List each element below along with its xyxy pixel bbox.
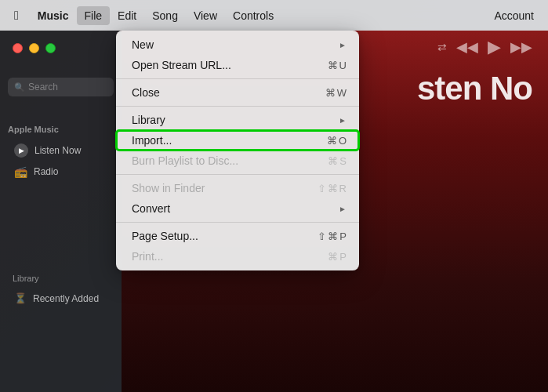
menu-song[interactable]: Song: [144, 6, 186, 25]
submenu-arrow-convert: ►: [339, 205, 347, 213]
separator-1: [116, 78, 359, 79]
listen-now-label: Listen Now: [34, 145, 81, 156]
radio-icon: 📻: [14, 165, 27, 178]
menu-item-import[interactable]: Import... ⌘O: [116, 130, 359, 151]
separator-3: [116, 174, 359, 175]
menu-item-burn-playlist-shortcut: ⌘S: [328, 155, 347, 167]
listen-now-icon: ▶: [14, 143, 28, 158]
menu-file[interactable]: File: [77, 6, 111, 25]
menu-item-library-label: Library: [132, 114, 339, 126]
previous-icon[interactable]: ◀◀: [456, 38, 478, 56]
sidebar-item-recently-added[interactable]: ⏳ Recently Added: [8, 289, 114, 307]
menu-item-open-stream[interactable]: Open Stream URL... ⌘U: [116, 55, 359, 75]
recently-added-icon: ⏳: [14, 292, 27, 304]
search-label: Search: [28, 82, 58, 93]
submenu-arrow-library: ►: [339, 116, 347, 125]
menu-item-import-shortcut: ⌘O: [327, 135, 347, 147]
menu-item-close-label: Close: [132, 86, 325, 99]
menu-item-page-setup[interactable]: Page Setup... ⇧⌘P: [116, 226, 359, 246]
menu-item-import-label: Import...: [132, 134, 327, 147]
search-bar[interactable]: 🔍 Search: [8, 78, 114, 96]
playback-controls: ⇄ ◀◀ ▶ ▶▶: [437, 37, 532, 57]
menu-item-print: Print... ⌘P: [116, 246, 359, 267]
menu-item-close-shortcut: ⌘W: [325, 87, 347, 99]
next-icon[interactable]: ▶▶: [510, 38, 532, 56]
menu-controls[interactable]: Controls: [225, 6, 281, 25]
menu-item-show-finder-label: Show in Finder: [132, 182, 318, 194]
menu-item-burn-playlist: Burn Playlist to Disc... ⌘S: [116, 151, 359, 171]
separator-2: [116, 106, 359, 107]
traffic-lights: [13, 43, 56, 53]
close-button[interactable]: [13, 43, 23, 53]
menu-item-page-setup-label: Page Setup...: [132, 230, 318, 242]
recently-added-label: Recently Added: [33, 293, 99, 304]
menu-item-show-finder: Show in Finder ⇧⌘R: [116, 178, 359, 198]
menu-item-page-setup-shortcut: ⇧⌘P: [318, 230, 347, 242]
listen-now-bg-text: sten No: [417, 70, 532, 107]
menu-item-new[interactable]: New ►: [116, 34, 359, 55]
submenu-arrow-new: ►: [339, 41, 347, 49]
radio-label: Radio: [34, 166, 58, 177]
play-icon[interactable]: ▶: [488, 37, 501, 57]
menu-music[interactable]: Music: [30, 6, 77, 25]
sidebar-item-listen-now[interactable]: ▶ Listen Now: [8, 140, 114, 161]
apple-menu[interactable]: : [6, 5, 27, 26]
menu-item-print-label: Print...: [132, 250, 328, 263]
sidebar: 🔍 Search Apple Music ▶ Listen Now 📻 Radi…: [0, 31, 122, 392]
menu-view[interactable]: View: [186, 6, 225, 25]
menu-item-open-stream-shortcut: ⌘U: [328, 60, 347, 71]
menu-edit[interactable]: Edit: [110, 6, 144, 25]
search-icon: 🔍: [14, 82, 25, 93]
apple-music-section-label: Apple Music: [8, 125, 59, 134]
menu-item-burn-playlist-label: Burn Playlist to Disc...: [132, 154, 328, 167]
menu-item-convert-label: Convert: [132, 202, 339, 215]
menu-item-close[interactable]: Close ⌘W: [116, 82, 359, 103]
library-section-label: Library: [13, 274, 39, 283]
sidebar-item-radio[interactable]: 📻 Radio: [8, 162, 114, 181]
menu-item-new-label: New: [132, 38, 339, 51]
menu-account[interactable]: Account: [486, 6, 542, 25]
shuffle-icon[interactable]: ⇄: [437, 41, 447, 53]
file-menu-dropdown: New ► Open Stream URL... ⌘U Close ⌘W Lib…: [116, 31, 359, 270]
minimize-button[interactable]: [29, 43, 39, 53]
menu-item-open-stream-label: Open Stream URL...: [132, 59, 328, 71]
menu-item-print-shortcut: ⌘P: [328, 251, 347, 263]
menu-item-show-finder-shortcut: ⇧⌘R: [318, 183, 347, 194]
fullscreen-button[interactable]: [45, 43, 56, 53]
menu-item-convert[interactable]: Convert ►: [116, 198, 359, 219]
separator-4: [116, 222, 359, 223]
menu-bar:  Music File Edit Song View Controls Acc…: [0, 0, 548, 31]
menu-item-library[interactable]: Library ►: [116, 110, 359, 130]
